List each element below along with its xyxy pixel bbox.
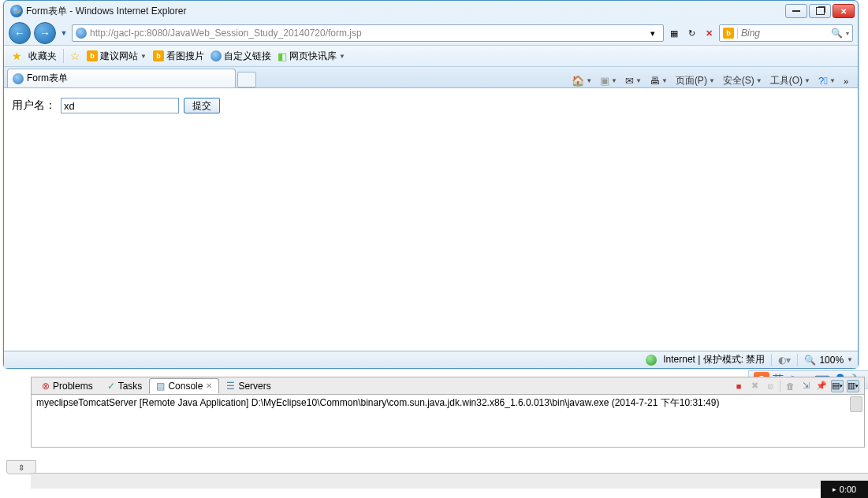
fav-suggested[interactable]: b建议网站▼ [87,50,147,63]
addr-dropdown[interactable]: ▾ [646,26,660,40]
favorites-label[interactable]: 收藏夹 [28,50,57,63]
page-icon [76,28,87,39]
status-bar: Internet | 保护模式: 禁用 ◐▾ 🔍100%▼ [4,351,858,368]
tools-menu[interactable]: 工具(O)▼ [770,74,810,87]
fav-custom-links[interactable]: 自定义链接 [210,50,271,63]
toolbar-overflow[interactable]: » [844,76,848,86]
remove-launch-button[interactable]: ✖ [748,380,761,392]
command-bar: 🏠▼ ▣▼ ✉▼ 🖶▼ 页面(P)▼ 安全(S)▼ 工具(O)▼ ?⃝▼ » [572,74,855,87]
maximize-button[interactable] [809,4,831,18]
search-icon[interactable]: 🔍 [831,28,843,39]
webslice-icon: ◧ [278,50,287,62]
compat-view-icon[interactable]: ▦ [667,26,681,40]
close-button[interactable]: ✕ [833,4,855,18]
zoom-icon: 🔍 [804,355,816,366]
ie-small-icon [210,50,222,61]
favorites-star-icon[interactable]: ★ [12,50,22,62]
taskbar-clock: 0:00 [821,481,868,498]
rss-icon: ▣ [600,75,609,87]
username-input[interactable] [61,98,179,113]
url-input[interactable] [90,28,643,39]
ie-icon [10,5,23,17]
stop-button[interactable]: ✕ [702,26,716,40]
search-dropdown[interactable]: ▾ [846,30,849,37]
console-line: myeclipseTomcatServer [Remote Java Appli… [36,396,859,410]
bing-icon: b [723,28,734,39]
print-button[interactable]: 🖶▼ [650,75,668,87]
title-bar: Form表单 - Windows Internet Explorer ✕ [4,1,858,21]
safety-menu[interactable]: 安全(S)▼ [723,74,762,87]
feeds-button[interactable]: ▣▼ [600,75,617,87]
readmail-button[interactable]: ✉▼ [625,75,642,87]
fav-image-search[interactable]: b看图搜片 [153,50,204,63]
close-tab-icon[interactable]: ✕ [206,381,212,390]
remove-all-button[interactable]: ⦻ [764,380,777,392]
address-bar[interactable]: ▾ [72,24,664,42]
window-title: Form表单 - Windows Internet Explorer [26,5,186,18]
tab-servers[interactable]: ☰Servers [219,378,278,394]
new-tab-button[interactable] [237,72,256,87]
username-label: 用户名： [12,98,56,113]
search-engine-label: Bing [741,28,828,39]
open-console-button[interactable]: ▥▾ [847,380,859,392]
zone-icon [646,355,657,366]
favorites-bar: ★ 收藏夹 ☆ b建议网站▼ b看图搜片 自定义链接 ◧网页快讯库▼ [4,45,858,67]
tab-console[interactable]: ▤Console✕ [149,378,219,394]
window-controls: ✕ [785,4,855,18]
console-scrollbar[interactable] [850,396,862,412]
nav-bar: ← → ▼ ▾ ▦ ↻ ✕ b Bing 🔍 ▾ [4,21,858,45]
bing-small-icon: b [153,50,164,61]
bing-small-icon: b [87,50,98,61]
pin-console-button[interactable]: 📌 [815,380,828,392]
back-button[interactable]: ← [9,22,31,44]
page-menu[interactable]: 页面(P)▼ [676,74,715,87]
zoom-control[interactable]: 🔍100%▼ [804,355,853,366]
help-button[interactable]: ?⃝▼ [818,75,836,87]
eclipse-tabs: ⊗Problems ✓Tasks ▤Console✕ ☰Servers ■ ✖ … [32,377,864,395]
forward-button[interactable]: → [34,22,56,44]
tab-title: Form表单 [27,72,68,85]
eclipse-statusbar [31,473,868,489]
home-icon: 🏠 [572,75,584,87]
tab-tasks[interactable]: ✓Tasks [100,378,150,394]
tab-problems[interactable]: ⊗Problems [35,378,100,394]
submit-button[interactable]: 提交 [184,98,220,113]
print-icon: 🖶 [650,75,660,87]
console-body: myeclipseTomcatServer [Remote Java Appli… [32,395,864,447]
clear-console-button[interactable]: 🗑 [784,380,796,392]
minimize-button[interactable] [785,4,807,18]
page-content: 用户名： 提交 [4,87,858,351]
terminate-button[interactable]: ■ [732,380,745,392]
refresh-button[interactable]: ↻ [684,26,698,40]
console-toolbar: ■ ✖ ⦻ 🗑 ⇲ 📌 ▤▾ ▥▾ [732,380,864,392]
add-favorite-icon[interactable]: ☆ [70,50,80,62]
mail-icon: ✉ [625,75,634,87]
help-icon: ?⃝ [818,75,828,87]
home-button[interactable]: 🏠▼ [572,75,592,87]
ie-window: Form表单 - Windows Internet Explorer ✕ ← →… [3,0,859,369]
nav-history-dropdown[interactable]: ▼ [59,29,69,37]
search-box[interactable]: b Bing 🔍 ▾ [719,24,853,42]
eclipse-panel: ⊗Problems ✓Tasks ▤Console✕ ☰Servers ■ ✖ … [31,377,865,448]
display-console-button[interactable]: ▤▾ [831,380,844,392]
tab-favicon [13,73,24,84]
scroll-lock-button[interactable]: ⇲ [799,380,812,392]
form: 用户名： 提交 [12,98,850,113]
protected-mode-toggle[interactable]: ◐▾ [778,355,791,366]
tab-row: Form表单 🏠▼ ▣▼ ✉▼ 🖶▼ 页面(P)▼ 安全(S)▼ 工具(O)▼ … [4,67,858,87]
fav-web-slices[interactable]: ◧网页快讯库▼ [278,50,345,63]
zone-label: Internet | 保护模式: 禁用 [663,353,765,366]
tab-active[interactable]: Form表单 [7,69,236,87]
